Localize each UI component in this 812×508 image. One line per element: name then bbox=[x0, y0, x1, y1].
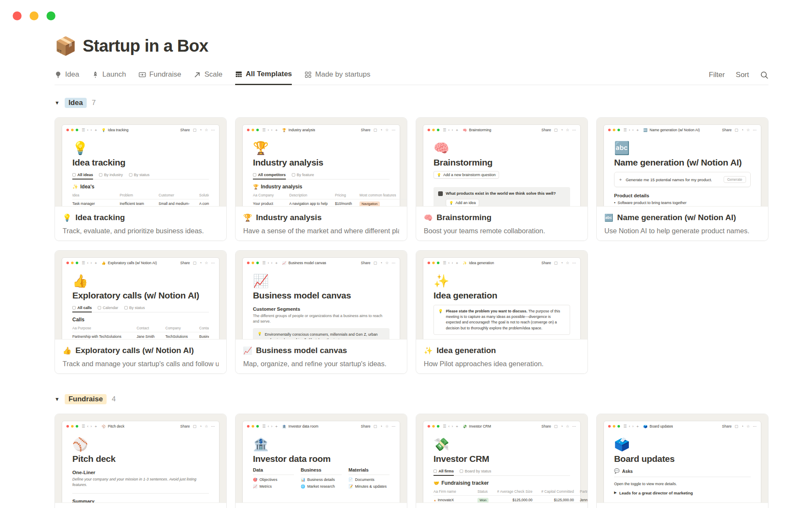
comments-icon: ▢ bbox=[735, 425, 738, 428]
mini-minimize-icon bbox=[613, 425, 615, 428]
favorite-icon: ☆ bbox=[746, 128, 750, 132]
plus-icon: ＋ bbox=[636, 425, 639, 428]
collapse-triangle-icon[interactable]: ▼ bbox=[55, 396, 60, 402]
mini-window-chrome: ☰‹›＋ ✨Idea generation Share▢◔☆⋯ bbox=[423, 258, 580, 268]
page-emoji: 🏆 bbox=[253, 141, 390, 155]
updates-icon: ◔ bbox=[380, 425, 382, 428]
lightbulb-icon: 💡 bbox=[449, 201, 453, 205]
page-emoji: 🏦 bbox=[253, 437, 390, 451]
mini-table: Aa Purpose Contact Company Contact role … bbox=[72, 324, 209, 340]
filter-button[interactable]: Filter bbox=[709, 71, 725, 79]
template-card-industry-analysis[interactable]: ☰‹›＋ 🏆Industry analysis Share▢◔☆⋯ 🏆 Indu… bbox=[235, 117, 407, 241]
status-tag: Won bbox=[477, 498, 488, 503]
back-icon: ‹ bbox=[87, 425, 88, 428]
link-columns: Data 🎯Objectives 📈Metrics Business 📊Busi… bbox=[253, 467, 390, 489]
share-button: Share bbox=[361, 261, 370, 265]
card-description: Map, organize, and refine your startup's… bbox=[243, 360, 399, 368]
mini-zoom-icon bbox=[256, 262, 259, 264]
sort-button[interactable]: Sort bbox=[736, 71, 749, 79]
favorite-icon: ☆ bbox=[385, 425, 389, 428]
collapse-triangle-icon[interactable]: ▼ bbox=[55, 100, 60, 106]
favorite-icon: ☆ bbox=[566, 261, 569, 265]
template-card-idea-tracking[interactable]: ☰‹›＋ 💡Idea tracking Share▢◔☆⋯ 💡 Idea tra… bbox=[55, 117, 227, 241]
mini-close-icon bbox=[66, 262, 69, 264]
window-controls bbox=[13, 11, 55, 20]
forward-icon: › bbox=[271, 261, 272, 265]
updates-icon: ◔ bbox=[560, 128, 562, 132]
template-card-idea-generation[interactable]: ☰‹›＋ ✨Idea generation Share▢◔☆⋯ ✨ Idea g… bbox=[416, 250, 588, 374]
share-button: Share bbox=[541, 261, 551, 265]
favorite-icon: ☆ bbox=[566, 425, 569, 428]
plus-icon: ＋ bbox=[274, 425, 278, 428]
chart-icon: 📈 bbox=[253, 484, 258, 489]
card-description: Track, evaluate, and prioritize business… bbox=[63, 227, 219, 235]
favorite-icon: ☆ bbox=[205, 425, 208, 428]
tab-fundraise[interactable]: Fundraise bbox=[139, 70, 181, 85]
mini-minimize-icon bbox=[613, 129, 615, 131]
updates-icon: ◔ bbox=[199, 261, 201, 265]
breadcrumb-emoji: 🔤 bbox=[643, 128, 647, 132]
breadcrumb-emoji: 💸 bbox=[463, 425, 467, 428]
card-title: Business model canvas bbox=[256, 346, 347, 355]
mini-table: Aa Firm name Status # Average Check Size… bbox=[433, 488, 587, 503]
editor-placeholder: Start writing here... bbox=[433, 339, 570, 340]
mini-zoom-icon bbox=[617, 425, 620, 428]
squares-icon bbox=[304, 71, 312, 78]
section-badge-fundraise[interactable]: Fundraise bbox=[65, 394, 107, 404]
page-heading: Pitch deck bbox=[72, 454, 209, 464]
page-heading: Board updates bbox=[614, 454, 751, 464]
search-icon[interactable] bbox=[760, 71, 768, 79]
section-badge-idea[interactable]: Idea bbox=[65, 98, 87, 108]
card-title: Name generation (w/ Notion AI) bbox=[617, 213, 736, 222]
breadcrumb-emoji: 🧠 bbox=[463, 128, 467, 132]
menu-icon: ☰ bbox=[262, 425, 266, 428]
feature-tag: Navigation bbox=[359, 202, 380, 207]
forward-icon: › bbox=[91, 425, 92, 428]
share-button: Share bbox=[180, 424, 190, 428]
mini-window-chrome: ☰‹›＋ 💡Idea tracking Share▢◔☆⋯ bbox=[62, 125, 219, 135]
add-idea-button: 💡Add an idea bbox=[446, 199, 479, 207]
tab-bar: Idea Launch Fundraise Scale All Template… bbox=[55, 70, 768, 85]
breadcrumb-emoji: 🗳️ bbox=[643, 425, 647, 428]
comments-icon: ▢ bbox=[373, 128, 377, 132]
template-preview: ☰‹›＋ 💡Idea tracking Share▢◔☆⋯ 💡 Idea tra… bbox=[55, 118, 226, 207]
template-card-pitch-deck[interactable]: ☰‹›＋ ⚾Pitch deck Share▢◔☆⋯ ⚾ Pitch deck … bbox=[55, 414, 227, 508]
view-icon bbox=[72, 173, 76, 177]
toggle-triangle-icon: ▶ bbox=[614, 491, 617, 495]
view-icon bbox=[98, 306, 101, 309]
tab-all-templates[interactable]: All Templates bbox=[235, 70, 292, 85]
share-button: Share bbox=[180, 261, 190, 265]
share-button: Share bbox=[722, 424, 732, 428]
generate-button: Generate bbox=[724, 176, 746, 183]
share-button: Share bbox=[361, 128, 370, 132]
template-card-name-generation[interactable]: ☰‹›＋ 🔤Name generation (w/ Notion AI) Sha… bbox=[596, 117, 768, 241]
mini-window-chrome: ☰‹›＋ 🏆Industry analysis Share▢◔☆⋯ bbox=[243, 125, 400, 135]
minimize-window-button[interactable] bbox=[30, 11, 38, 20]
template-card-investor-data-room[interactable]: ☰‹›＋ 🏦Investor data room Share▢◔☆⋯ 🏦 Inv… bbox=[235, 414, 407, 508]
mini-zoom-icon bbox=[437, 262, 439, 264]
forward-icon: › bbox=[91, 128, 92, 132]
template-card-board-updates[interactable]: ☰‹›＋ 🗳️Board updates Share▢◔☆⋯ 🗳️ Board … bbox=[596, 414, 768, 508]
sparkles-icon: ✨ bbox=[72, 184, 78, 190]
page-emoji: 💸 bbox=[433, 437, 570, 451]
template-preview: ☰‹›＋ 🔤Name generation (w/ Notion AI) Sha… bbox=[597, 118, 768, 207]
template-card-brainstorming[interactable]: ☰‹›＋ 🧠Brainstorming Share▢◔☆⋯ 🧠 Brainsto… bbox=[416, 117, 588, 241]
mini-zoom-icon bbox=[617, 129, 620, 131]
zoom-window-button[interactable] bbox=[47, 11, 55, 20]
tab-launch[interactable]: Launch bbox=[92, 70, 126, 85]
tab-scale[interactable]: Scale bbox=[194, 70, 222, 85]
plus-icon: ＋ bbox=[455, 425, 459, 428]
page-heading: Business model canvas bbox=[253, 290, 390, 301]
template-card-investor-crm[interactable]: ☰‹›＋ 💸Investor CRM Share▢◔☆⋯ 💸 Investor … bbox=[416, 414, 588, 508]
breadcrumb-emoji: ✨ bbox=[463, 261, 467, 265]
close-window-button[interactable] bbox=[13, 11, 22, 20]
template-card-exploratory-calls[interactable]: ☰‹›＋ 👍Exploratory calls (w/ Notion AI) S… bbox=[55, 250, 227, 374]
comments-icon: ▢ bbox=[554, 261, 558, 265]
forward-icon: › bbox=[632, 425, 634, 428]
back-icon: ‹ bbox=[268, 261, 269, 265]
updates-icon: ◔ bbox=[199, 425, 201, 428]
tab-made-by-startups[interactable]: Made by startups bbox=[304, 70, 370, 85]
card-title: Exploratory calls (w/ Notion AI) bbox=[75, 346, 194, 355]
tab-idea[interactable]: Idea bbox=[55, 70, 79, 85]
template-card-business-model-canvas[interactable]: ☰‹›＋ 📈Business model canvas Share▢◔☆⋯ 📈 … bbox=[235, 250, 407, 374]
